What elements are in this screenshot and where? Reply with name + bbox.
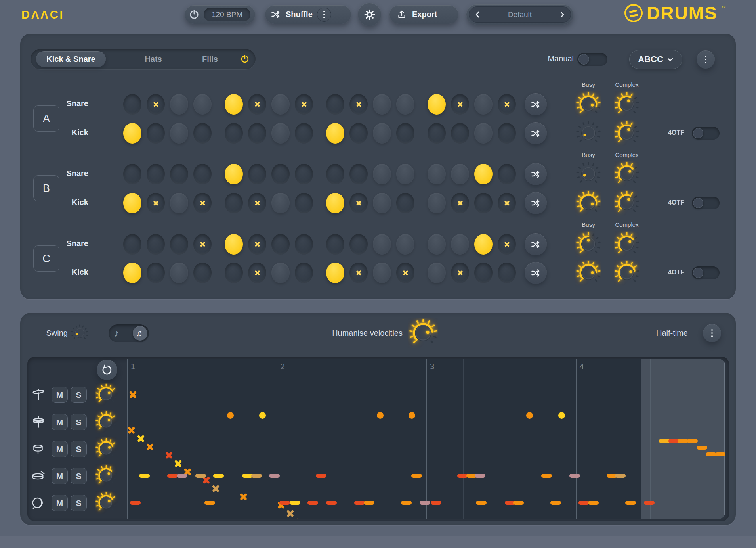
note-event[interactable] <box>165 451 173 460</box>
step-button[interactable] <box>147 263 165 283</box>
complex-knob[interactable] <box>614 190 640 216</box>
step-button[interactable] <box>123 164 141 184</box>
row-shuffle-button[interactable] <box>525 122 547 144</box>
swing-knob[interactable] <box>71 324 89 342</box>
step-button[interactable] <box>147 94 165 115</box>
step-button[interactable] <box>271 263 290 283</box>
step-button[interactable] <box>474 123 493 144</box>
note-event[interactable] <box>195 474 206 478</box>
note-event[interactable] <box>558 412 565 419</box>
note-event[interactable] <box>259 412 266 419</box>
step-button[interactable] <box>225 234 243 255</box>
note-event[interactable] <box>290 501 300 505</box>
step-button[interactable] <box>170 94 188 115</box>
export-button[interactable]: Export <box>389 5 458 24</box>
preset-name[interactable]: Default <box>508 10 532 19</box>
tab-hats[interactable]: Hats <box>130 51 177 67</box>
busy-knob[interactable] <box>575 91 601 117</box>
step-button[interactable] <box>193 123 212 144</box>
step-button[interactable] <box>123 94 141 115</box>
tabs-power-icon[interactable] <box>240 54 250 64</box>
note-event[interactable] <box>307 501 318 505</box>
note-event[interactable] <box>316 474 326 478</box>
humanise-knob[interactable] <box>408 318 438 348</box>
note-event[interactable] <box>213 474 224 478</box>
note-event[interactable] <box>420 501 430 505</box>
note-event[interactable] <box>286 510 294 518</box>
step-button[interactable] <box>295 193 313 213</box>
step-button[interactable] <box>326 234 344 255</box>
busy-knob[interactable] <box>575 190 601 216</box>
sixteenth-note-option[interactable]: ♬ <box>133 326 147 341</box>
step-button[interactable] <box>225 94 243 115</box>
shuffle-button[interactable]: Shuffle <box>265 5 351 24</box>
note-event[interactable] <box>129 391 137 399</box>
step-button[interactable] <box>498 94 516 115</box>
step-button[interactable] <box>451 263 469 283</box>
note-event[interactable] <box>239 493 248 501</box>
step-button[interactable] <box>373 263 391 283</box>
solo-button[interactable]: S <box>71 441 87 457</box>
solo-button[interactable]: S <box>71 387 87 403</box>
step-button[interactable] <box>451 164 469 184</box>
row-shuffle-button[interactable] <box>525 233 547 255</box>
step-button[interactable] <box>396 94 414 115</box>
step-button[interactable] <box>396 263 414 283</box>
complex-knob[interactable] <box>614 231 640 257</box>
step-button[interactable] <box>474 94 493 115</box>
lane-level-knob[interactable] <box>95 464 118 487</box>
step-button[interactable] <box>474 234 493 255</box>
note-event[interactable] <box>326 501 337 505</box>
complex-knob[interactable] <box>614 260 640 286</box>
mute-button[interactable]: M <box>52 441 68 457</box>
busy-knob[interactable] <box>575 161 601 187</box>
step-button[interactable] <box>295 263 313 283</box>
step-button[interactable] <box>248 263 266 283</box>
note-event[interactable] <box>269 474 280 478</box>
step-button[interactable] <box>428 164 446 184</box>
step-button[interactable] <box>271 193 290 213</box>
shuffle-options-kebab[interactable] <box>317 8 331 22</box>
note-event[interactable] <box>279 501 290 505</box>
busy-knob[interactable] <box>575 260 601 286</box>
note-event[interactable] <box>139 474 150 478</box>
lane-level-knob[interactable] <box>95 410 118 433</box>
lane-level-knob[interactable] <box>95 491 118 514</box>
preset-next-button[interactable] <box>559 11 565 18</box>
step-button[interactable] <box>474 164 493 184</box>
note-event[interactable] <box>137 435 145 443</box>
step-button[interactable] <box>498 164 516 184</box>
step-button[interactable] <box>498 263 516 283</box>
step-button[interactable] <box>349 263 368 283</box>
busy-knob[interactable] <box>575 231 601 257</box>
step-button[interactable] <box>428 234 446 255</box>
arrangement-dropdown[interactable]: ABCC <box>629 50 682 69</box>
note-event[interactable] <box>409 412 415 419</box>
note-event[interactable] <box>146 443 154 451</box>
step-button[interactable] <box>326 193 344 213</box>
otf-toggle[interactable] <box>692 266 720 279</box>
step-button[interactable] <box>428 123 446 144</box>
step-button[interactable] <box>451 94 469 115</box>
step-button[interactable] <box>349 193 368 213</box>
note-event[interactable] <box>212 485 220 493</box>
step-button[interactable] <box>193 193 212 213</box>
note-event[interactable] <box>569 474 580 478</box>
solo-button[interactable]: S <box>71 414 87 430</box>
step-button[interactable] <box>373 123 391 144</box>
step-button[interactable] <box>123 123 141 144</box>
step-button[interactable] <box>248 193 266 213</box>
step-button[interactable] <box>428 193 446 213</box>
step-button[interactable] <box>225 263 243 283</box>
note-event[interactable] <box>588 501 599 505</box>
step-button[interactable] <box>225 193 243 213</box>
note-event[interactable] <box>174 460 182 468</box>
row-shuffle-button[interactable] <box>525 262 547 284</box>
note-event[interactable] <box>296 518 304 519</box>
step-button[interactable] <box>170 263 188 283</box>
note-event[interactable] <box>411 474 422 478</box>
step-button[interactable] <box>498 234 516 255</box>
step-button[interactable] <box>428 94 446 115</box>
note-event[interactable] <box>541 474 552 478</box>
step-button[interactable] <box>474 193 493 213</box>
